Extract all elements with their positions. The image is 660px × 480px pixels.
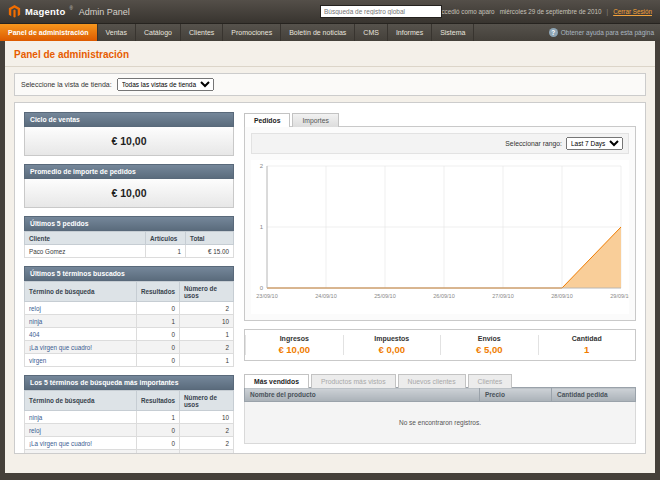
help-icon: ? [549,28,558,37]
svg-text:23/09/10: 23/09/10 [256,293,277,299]
svg-text:28/09/10: 28/09/10 [551,293,572,299]
table-cell[interactable]: virgen [25,354,137,367]
products-table: Nombre del productoPrecioCantidad pedida… [244,387,636,444]
nav-item-newsletter[interactable]: Boletín de noticias [281,24,355,41]
last-search-terms-table: Término de búsquedaResultadosNúmero de u… [24,281,234,367]
chart-box: Seleccionar rango: Last 7 Days 01223/09/… [244,126,636,321]
tab-new-customers[interactable]: Nuevos clientes [398,374,466,388]
column-header: Resultados [137,282,180,302]
table-cell: 0 [137,437,180,450]
brand-suffix: Admin Panel [79,7,130,17]
magento-admin-window: Magento® Admin Panel Accedió como aparo … [0,0,660,480]
totals-bar: Ingresos€ 10,00Impuestos€ 0,00Envíos€ 5,… [244,329,636,361]
svg-text:1: 1 [260,224,264,230]
empty-message: No se encontraron registros. [245,402,636,444]
column-header: Nombre del producto [245,388,480,402]
table-cell: 0 [137,341,180,354]
stat-label: Cantidad [539,335,636,342]
tab-amounts[interactable]: Importes [292,113,338,127]
svg-text:26/09/10: 26/09/10 [433,293,454,299]
nav-item-system[interactable]: Sistema [432,24,474,41]
column-header: Cliente [25,232,146,245]
main-nav: Panel de administraciónVentasCatálogoCli… [0,24,660,41]
table-row: 40401 [25,328,234,341]
logout-link[interactable]: Cerrar Sesión [613,8,652,15]
user-info: Accedió como aparo miércoles 29 de septi… [437,8,652,15]
table-cell: 1 [137,411,180,424]
nav-item-customers[interactable]: Clientes [181,24,223,41]
nav-item-dashboard[interactable]: Panel de administración [0,24,98,41]
table-cell[interactable]: ninja [25,411,137,424]
range-select[interactable]: Last 7 Days [566,137,623,150]
tab-orders[interactable]: Pedidos [244,113,290,127]
content-area: Panel de administración Seleccione la vi… [5,41,655,473]
stat-value: 1 [539,344,636,355]
table-cell: 2 [180,424,234,437]
magento-logo[interactable]: Magento® Admin Panel [8,5,130,18]
table-cell: 0 [137,302,180,315]
last-search-terms-title: Últimos 5 términos buscados [24,266,234,281]
average-orders-title: Promedio de importe de pedidos [24,164,234,179]
table-cell[interactable]: ¡La virgen que cuadro! [25,341,137,354]
stat-value: € 0,00 [344,344,441,355]
grid-tabs: Más vendidosProductos más vistosNuevos c… [244,374,636,388]
chart-tabs: PedidosImportes [244,113,636,127]
stat-value: € 10,00 [246,344,343,355]
table-row: Paco Gomez1€ 15.00 [25,245,234,258]
svg-text:24/09/10: 24/09/10 [315,293,336,299]
table-cell: 0 [137,328,180,341]
nav-item-promotions[interactable]: Promociones [223,24,281,41]
logged-in-as: Accedió como aparo [437,8,494,15]
column-header: Resultados [137,391,180,411]
top-search-terms-panel: Los 5 términos de búsqueda más important… [24,375,234,454]
stat-tax: Impuestos€ 0,00 [343,335,441,355]
table-cell: 10 [180,411,234,424]
nav-item-catalog[interactable]: Catálogo [136,24,181,41]
svg-text:27/09/10: 27/09/10 [492,293,513,299]
global-search-input[interactable] [320,5,442,18]
table-cell: 2 [180,302,234,315]
last-orders-title: Últimos 5 pedidos [24,216,234,231]
tab-most-viewed[interactable]: Productos más vistos [311,374,396,388]
nav-items: Panel de administraciónVentasCatálogoCli… [0,24,474,41]
help-link[interactable]: ? Obtener ayuda para esta página [543,24,660,41]
table-cell[interactable]: reloj [25,424,137,437]
table-cell[interactable]: ¡La virgen que cuadro! [25,437,137,450]
column-header: Término de búsqueda [25,282,137,302]
table-row: reloj02 [25,302,234,315]
average-orders-panel: Promedio de importe de pedidos € 10,00 [24,164,234,208]
average-orders-value: € 10,00 [24,179,234,208]
column-header: Cantidad pedida [552,388,636,402]
registered-mark: ® [69,6,72,11]
table-row: 40401 [25,450,234,455]
lifetime-sales-value: € 10,00 [24,127,234,156]
table-cell[interactable]: 404 [25,328,137,341]
table-row: virgen01 [25,354,234,367]
column-header: Número de usos [180,282,234,302]
nav-item-reports[interactable]: Informes [388,24,432,41]
svg-text:29/09/10: 29/09/10 [610,293,629,299]
table-cell[interactable]: 404 [25,450,137,455]
tab-customers[interactable]: Clientes [468,374,513,388]
last-search-terms-panel: Últimos 5 términos buscados Término de b… [24,266,234,367]
last-orders-panel: Últimos 5 pedidos ClienteArtículosTotalP… [24,216,234,258]
table-cell: Paco Gomez [25,245,146,258]
table-cell[interactable]: ninja [25,315,137,328]
table-cell: 2 [180,437,234,450]
stat-quantity: Cantidad1 [538,335,636,355]
stat-label: Envíos [441,335,538,342]
table-cell[interactable]: reloj [25,302,137,315]
range-label: Seleccionar rango: [505,140,562,147]
lifetime-sales-title: Ciclo de ventas [24,112,234,127]
table-cell: 10 [180,315,234,328]
svg-text:25/09/10: 25/09/10 [374,293,395,299]
tab-bestsellers[interactable]: Más vendidos [244,374,309,388]
table-cell: € 15.00 [186,245,234,258]
lifetime-sales-panel: Ciclo de ventas € 10,00 [24,112,234,156]
stat-label: Impuestos [344,335,441,342]
store-view-select[interactable]: Todas las vistas de tienda [117,78,214,91]
nav-item-sales[interactable]: Ventas [98,24,136,41]
separator: | [607,8,609,15]
table-cell: 1 [180,354,234,367]
nav-item-cms[interactable]: CMS [355,24,388,41]
